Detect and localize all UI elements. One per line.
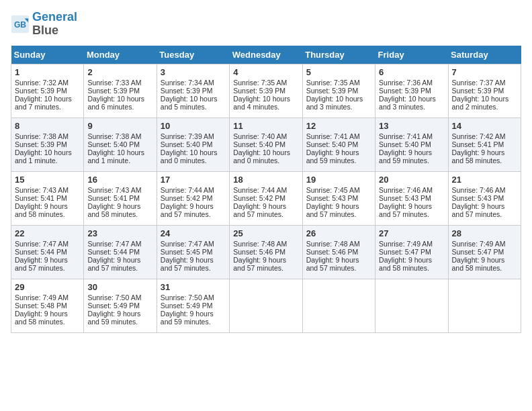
sunset-text: Sunset: 5:41 PM [87,194,140,202]
calendar-cell: 20Sunrise: 7:46 AMSunset: 5:43 PMDayligh… [375,171,448,225]
day-number: 30 [87,282,152,292]
sunrise-text: Sunrise: 7:39 AM [161,132,214,140]
day-number: 11 [233,121,298,131]
day-header-tuesday: Tuesday [157,46,229,64]
daylight-text: Daylight: 10 hours and 2 minutes. [452,95,509,111]
sunrise-text: Sunrise: 7:46 AM [452,186,506,194]
sunset-text: Sunset: 5:46 PM [306,248,359,256]
sunrise-text: Sunrise: 7:50 AM [87,293,141,302]
daylight-text: Daylight: 9 hours and 58 minutes. [379,256,432,272]
sunset-text: Sunset: 5:47 PM [379,248,431,256]
day-number: 26 [306,228,371,238]
sunrise-text: Sunrise: 7:44 AM [161,186,214,194]
svg-text:GB: GB [14,19,26,29]
sunset-text: Sunset: 5:40 PM [87,140,140,148]
sunset-text: Sunset: 5:48 PM [15,302,67,310]
day-number: 10 [161,121,226,131]
logo: GB GeneralBlue [11,11,77,38]
daylight-text: Daylight: 10 hours and 4 minutes. [233,95,290,111]
daylight-text: Daylight: 9 hours and 57 minutes. [161,256,214,272]
calendar-cell: 24Sunrise: 7:47 AMSunset: 5:45 PMDayligh… [157,225,229,279]
sunset-text: Sunset: 5:40 PM [379,140,431,148]
day-number: 5 [306,67,371,77]
sunset-text: Sunset: 5:43 PM [452,194,504,202]
day-number: 22 [15,228,80,238]
sunrise-text: Sunrise: 7:50 AM [161,293,214,302]
sunset-text: Sunset: 5:47 PM [452,248,504,256]
day-number: 29 [15,282,80,292]
daylight-text: Daylight: 10 hours and 0 minutes. [233,148,290,165]
sunrise-text: Sunrise: 7:43 AM [87,186,141,194]
day-number: 28 [452,228,517,238]
sunrise-text: Sunrise: 7:49 AM [15,293,69,302]
sunrise-text: Sunrise: 7:47 AM [161,240,214,248]
day-number: 18 [233,175,298,185]
daylight-text: Daylight: 9 hours and 57 minutes. [379,202,432,218]
calendar-week-1: 8Sunrise: 7:38 AMSunset: 5:39 PMDaylight… [11,118,521,171]
sunrise-text: Sunrise: 7:48 AM [306,240,360,248]
day-header-friday: Friday [375,46,448,64]
sunset-text: Sunset: 5:41 PM [452,140,504,148]
sunset-text: Sunset: 5:44 PM [87,248,140,256]
sunrise-text: Sunrise: 7:38 AM [87,132,141,140]
calendar-cell: 3Sunrise: 7:34 AMSunset: 5:39 PMDaylight… [157,64,229,118]
calendar-week-4: 29Sunrise: 7:49 AMSunset: 5:48 PMDayligh… [11,279,521,332]
daylight-text: Daylight: 9 hours and 58 minutes. [15,202,68,218]
sunset-text: Sunset: 5:39 PM [87,87,140,95]
calendar-cell: 16Sunrise: 7:43 AMSunset: 5:41 PMDayligh… [84,171,157,225]
sunset-text: Sunset: 5:39 PM [161,87,213,95]
sunset-text: Sunset: 5:39 PM [306,87,359,95]
day-number: 3 [161,67,226,77]
sunrise-text: Sunrise: 7:49 AM [379,240,433,248]
sunrise-text: Sunrise: 7:35 AM [233,79,287,87]
calendar-header-row: SundayMondayTuesdayWednesdayThursdayFrid… [11,46,521,64]
calendar-cell: 21Sunrise: 7:46 AMSunset: 5:43 PMDayligh… [448,171,521,225]
calendar-cell: 28Sunrise: 7:49 AMSunset: 5:47 PMDayligh… [448,225,521,279]
daylight-text: Daylight: 9 hours and 57 minutes. [233,256,286,272]
day-number: 21 [452,175,517,185]
daylight-text: Daylight: 9 hours and 57 minutes. [233,202,286,218]
daylight-text: Daylight: 9 hours and 58 minutes. [87,202,140,218]
daylight-text: Daylight: 9 hours and 57 minutes. [452,202,505,218]
calendar-cell: 9Sunrise: 7:38 AMSunset: 5:40 PMDaylight… [84,118,157,171]
daylight-text: Daylight: 9 hours and 58 minutes. [452,148,505,165]
calendar-cell: 11Sunrise: 7:40 AMSunset: 5:40 PMDayligh… [230,118,302,171]
sunrise-text: Sunrise: 7:48 AM [233,240,287,248]
day-number: 4 [233,67,298,77]
day-number: 9 [87,121,152,131]
calendar-cell: 23Sunrise: 7:47 AMSunset: 5:44 PMDayligh… [84,225,157,279]
sunset-text: Sunset: 5:43 PM [379,194,431,202]
sunset-text: Sunset: 5:39 PM [15,140,67,148]
sunset-text: Sunset: 5:39 PM [452,87,504,95]
sunset-text: Sunset: 5:45 PM [161,248,213,256]
day-header-sunday: Sunday [11,46,84,64]
calendar-cell [302,279,375,332]
calendar-cell: 22Sunrise: 7:47 AMSunset: 5:44 PMDayligh… [11,225,84,279]
calendar-cell: 30Sunrise: 7:50 AMSunset: 5:49 PMDayligh… [84,279,157,332]
sunrise-text: Sunrise: 7:42 AM [452,132,506,140]
calendar-cell: 18Sunrise: 7:44 AMSunset: 5:42 PMDayligh… [230,171,302,225]
logo-text: GeneralBlue [32,11,77,38]
calendar-cell: 27Sunrise: 7:49 AMSunset: 5:47 PMDayligh… [375,225,448,279]
sunset-text: Sunset: 5:41 PM [15,194,67,202]
daylight-text: Daylight: 9 hours and 59 minutes. [87,310,140,326]
calendar-cell: 2Sunrise: 7:33 AMSunset: 5:39 PMDaylight… [84,64,157,118]
daylight-text: Daylight: 10 hours and 1 minute. [15,148,72,165]
sunset-text: Sunset: 5:42 PM [161,194,213,202]
calendar-cell: 31Sunrise: 7:50 AMSunset: 5:49 PMDayligh… [157,279,229,332]
sunset-text: Sunset: 5:39 PM [233,87,285,95]
day-header-saturday: Saturday [448,46,521,64]
daylight-text: Daylight: 9 hours and 59 minutes. [306,148,359,165]
daylight-text: Daylight: 10 hours and 3 minutes. [306,95,363,111]
calendar-cell: 19Sunrise: 7:45 AMSunset: 5:43 PMDayligh… [302,171,375,225]
sunrise-text: Sunrise: 7:38 AM [15,132,69,140]
sunrise-text: Sunrise: 7:47 AM [15,240,69,248]
calendar-cell: 5Sunrise: 7:35 AMSunset: 5:39 PMDaylight… [302,64,375,118]
daylight-text: Daylight: 10 hours and 6 minutes. [87,95,144,111]
daylight-text: Daylight: 10 hours and 7 minutes. [15,95,72,111]
daylight-text: Daylight: 9 hours and 58 minutes. [15,310,68,326]
calendar-cell [375,279,448,332]
calendar-week-2: 15Sunrise: 7:43 AMSunset: 5:41 PMDayligh… [11,171,521,225]
day-header-monday: Monday [84,46,157,64]
logo-icon: GB [11,15,30,34]
